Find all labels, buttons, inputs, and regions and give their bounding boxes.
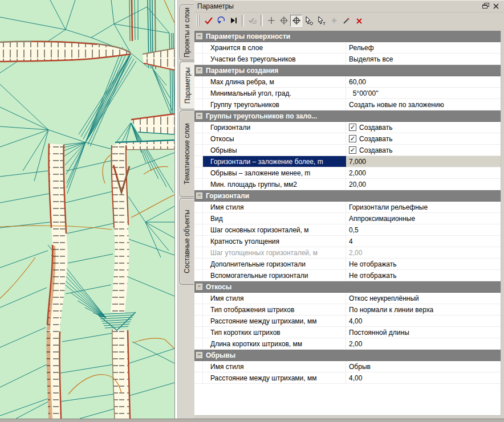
property-value[interactable]: Создать новые по заложению [346,99,501,110]
section-header[interactable]: −Откосы [194,281,501,293]
close-button[interactable] [491,2,501,10]
property-row[interactable]: Дополнительные горизонталиНе отображать [194,259,501,270]
property-row[interactable]: Минимальный угол, град. 5°00'00" [194,88,501,99]
checkbox[interactable]: ✓ [349,124,356,131]
property-value[interactable]: Горизонтали рельефные [346,202,501,212]
float-button[interactable] [481,2,491,10]
property-value[interactable]: 2,000 [346,167,501,178]
cancel-button[interactable] [353,15,365,27]
row-gutter [194,76,203,87]
property-value[interactable]: Рельеф [346,42,501,53]
property-row[interactable]: Мин. площадь группы, мм220,00 [194,179,501,190]
property-label: Кратность утолщения [203,236,346,247]
select-text-button[interactable]: T [315,15,327,27]
property-row[interactable]: Откосы✓Создавать [194,133,501,145]
property-value[interactable]: 4,00 [346,372,501,383]
property-value[interactable]: Аппроксимационные [346,213,501,224]
property-row[interactable]: Длина коротких штрихов, мм2,00 [194,338,501,350]
property-value[interactable]: 0,5 [346,224,501,235]
panel-titlebar: Параметры [194,0,504,13]
row-gutter [194,179,203,190]
property-row[interactable]: Обрывы✓Создавать [194,145,501,156]
property-row[interactable]: Расстояние между штрихами, мм4,00 [194,316,501,327]
property-value[interactable]: ✓Создавать [346,145,501,155]
property-row[interactable]: Обрывы – заложение менее, m2,000 [194,167,501,179]
property-value[interactable]: Не отображать [346,259,501,269]
add-point-button[interactable] [265,15,277,27]
toolbar-grip[interactable] [197,15,200,26]
checkbox[interactable]: ✓ [349,146,356,154]
parameters-panel: Параметры [194,0,504,419]
row-gutter [194,156,203,167]
property-row[interactable]: Имя стиляГоризонтали рельефные [194,202,501,213]
property-row[interactable]: Имя стиляОбрыв [194,361,501,372]
section-header[interactable]: −Группы треугольников по зало... [194,110,501,122]
property-row[interactable]: Горизонтали – заложение более, m7,000 [194,156,501,167]
section-header[interactable]: −Параметры создания [194,65,501,76]
property-row[interactable]: Тип отображения штриховПо нормали к лини… [194,304,501,316]
property-label: Тип коротких штрихов [203,327,346,338]
collapse-icon[interactable]: − [196,33,202,39]
map-view[interactable] [0,0,177,419]
tab-compound-objects[interactable]: Составные объекты [180,198,194,285]
property-value[interactable]: ✓Создавать [346,133,501,144]
property-value[interactable]: 2,00 [346,247,501,258]
property-row[interactable]: Шаг утолщенных горизонталей, м2,00 [194,247,501,259]
property-value[interactable]: 4 [346,236,501,247]
apply-button[interactable] [202,15,214,27]
property-row[interactable]: Имя стиляОткос неукреплённый [194,293,501,304]
property-value[interactable]: 7,000 [346,156,501,167]
property-value[interactable]: Обрыв [346,361,501,372]
section-title: Параметры поверхности [206,32,290,40]
row-gutter [194,293,203,304]
property-row[interactable]: Шаг основных горизонталей, м0,5 [194,224,501,236]
go-to-end-button[interactable] [227,15,239,27]
property-value[interactable]: 20,00 [346,179,501,190]
property-row[interactable]: Группу треугольниковСоздать новые по зал… [194,99,501,110]
capture-point-active-button[interactable] [290,15,302,27]
property-value[interactable]: 4,00 [346,316,501,326]
property-row[interactable]: Вспомогательные горизонталиНе отображать [194,270,501,281]
accept-disabled-icon [248,16,257,25]
property-row[interactable]: Расстояние между штрихами, мм4,00 [194,372,501,384]
section-header[interactable]: −Параметры поверхности [194,31,501,42]
property-value[interactable]: 5°00'00" [346,88,501,99]
collapse-icon[interactable]: − [196,113,202,119]
tab-projects-and-layers[interactable]: Проекты и слои [180,5,194,60]
property-label: Имя стиля [203,361,346,372]
collapse-icon[interactable]: − [196,284,202,290]
property-row[interactable]: Тип коротких штриховПостоянной длины [194,327,501,338]
property-row[interactable]: ВидАппроксимационные [194,213,501,224]
tab-thematic-layers[interactable]: Тематические слои [180,110,194,197]
property-row[interactable]: Max длина ребра, м60,00 [194,76,501,88]
picker-pen-button[interactable] [340,15,352,27]
collapse-icon[interactable]: − [196,352,202,358]
property-row[interactable]: Горизонтали✓Создавать [194,122,501,133]
property-row[interactable]: Кратность утолщения4 [194,236,501,247]
property-value[interactable]: 2,00 [346,338,501,349]
collapse-icon[interactable]: − [196,192,202,199]
property-row[interactable]: Участки без треугольниковВыделять все [194,54,501,65]
select-object-button[interactable] [303,15,315,27]
checkbox[interactable]: ✓ [349,135,356,142]
property-value[interactable]: Не отображать [346,270,501,281]
capture-point-button[interactable] [278,15,290,27]
cursor-circle-icon [304,16,314,26]
property-label: Минимальный угол, град. [203,88,346,99]
property-value[interactable]: Постоянной длины [346,327,501,338]
collapse-icon[interactable]: − [196,67,202,73]
property-value[interactable]: Выделять все [346,54,501,64]
tab-parameters[interactable]: Параметры [180,62,194,109]
toolbar-separator [242,15,244,26]
section-header[interactable]: −Горизонтали [194,190,501,202]
property-value[interactable]: ✓Создавать [346,122,501,133]
property-row[interactable]: Хранится в слоеРельеф [194,42,501,54]
undo-button[interactable] [215,15,227,27]
property-value[interactable]: Откос неукреплённый [346,293,501,304]
property-value[interactable]: 60,00 [346,76,501,87]
edit-points-disabled-icon [330,16,339,25]
row-gutter [194,338,203,349]
property-value[interactable]: По нормали к линии верха [346,304,501,315]
section-header[interactable]: −Обрывы [194,350,501,361]
row-gutter [194,316,203,326]
